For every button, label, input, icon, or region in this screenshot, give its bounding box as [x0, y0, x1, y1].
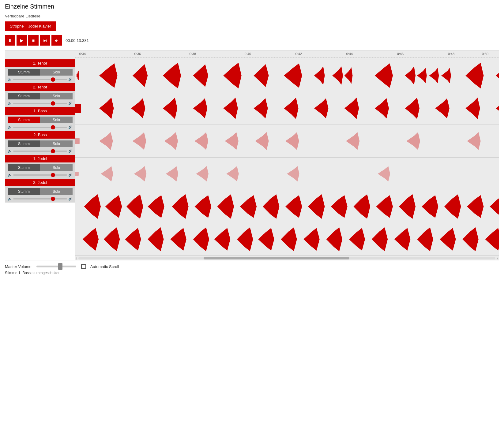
vol-icon-high-2: 🔊: [68, 101, 73, 105]
master-volume-slider[interactable]: [36, 266, 76, 267]
track-2-tenor-volume[interactable]: [13, 103, 67, 104]
track-1-tenor-mute[interactable]: Stumm: [8, 69, 40, 76]
svg-marker-11: [332, 66, 343, 85]
track-2-bass-volume[interactable]: [13, 151, 67, 152]
scroll-left-arrow[interactable]: ‹: [76, 255, 77, 260]
track-1-bass-header: 1. Bass: [5, 107, 75, 115]
track-1-bass-solo[interactable]: Solo: [40, 117, 73, 123]
svg-marker-81: [258, 228, 274, 251]
svg-marker-69: [422, 195, 438, 218]
track-1-bass-volume[interactable]: [13, 127, 67, 128]
waveform-row-2-jodel: [75, 223, 499, 256]
horizontal-scrollbar[interactable]: ‹ ›: [75, 256, 499, 260]
svg-marker-47: [101, 166, 113, 181]
svg-marker-27: [284, 98, 298, 119]
track-2-tenor-control: 2. Tenor Stumm Solo 🔈 🔊: [5, 83, 75, 107]
track-1-bass-control: 1. Bass Stumm Solo 🔈 🔊: [5, 107, 75, 131]
svg-marker-9: [284, 63, 302, 88]
track-1-tenor-solo[interactable]: Solo: [40, 69, 73, 76]
track-2-tenor-mute[interactable]: Stumm: [8, 93, 40, 99]
track-1-jodel-mute[interactable]: Stumm: [8, 164, 40, 171]
svg-marker-84: [326, 227, 342, 251]
svg-marker-18: [465, 63, 483, 88]
svg-marker-42: [285, 132, 299, 150]
svg-marker-51: [226, 166, 239, 181]
track-2-jodel-solo[interactable]: Solo: [40, 188, 73, 195]
svg-marker-52: [287, 166, 299, 181]
vol-icon-high-1: 🔊: [68, 77, 73, 81]
svg-marker-33: [465, 98, 480, 119]
time-display: 00:00:13.381: [66, 38, 89, 43]
track-2-bass-controls: Stumm Solo 🔈 🔊: [5, 139, 75, 155]
svg-marker-21: [99, 98, 114, 119]
forward-button[interactable]: ⏭: [51, 35, 62, 46]
play-button[interactable]: ▶: [17, 35, 27, 46]
scroll-track[interactable]: [78, 257, 495, 259]
track-1-jodel-solo[interactable]: Solo: [40, 164, 73, 171]
waveform-row-2-tenor: [75, 92, 499, 125]
svg-marker-17: [441, 68, 451, 83]
track-2-jodel-mute[interactable]: Stumm: [8, 188, 40, 195]
track-1-bass-mute[interactable]: Stumm: [8, 117, 40, 123]
svg-marker-55: [105, 195, 122, 218]
vol-icon-low-6: 🔈: [8, 197, 12, 201]
svg-marker-34: [496, 98, 499, 118]
track-1-tenor-volume[interactable]: [13, 79, 67, 80]
svg-marker-76: [148, 227, 164, 251]
svg-marker-65: [331, 195, 347, 218]
stop-button[interactable]: ■: [28, 35, 39, 46]
vol-icon-low-4: 🔈: [8, 149, 12, 153]
svg-marker-26: [254, 98, 268, 118]
svg-marker-22: [131, 98, 145, 118]
tick-040: 0:40: [245, 52, 251, 56]
track-2-jodel-controls: Stumm Solo 🔈 🔊: [5, 186, 75, 203]
svg-marker-30: [375, 98, 389, 118]
waveform-svg-1-tenor: [75, 62, 499, 89]
track-2-bass-mute[interactable]: Stumm: [8, 140, 40, 147]
svg-marker-88: [417, 227, 433, 251]
scroll-thumb[interactable]: [204, 257, 349, 259]
vol-icon-low-3: 🔈: [8, 125, 12, 129]
tick-038: 0:38: [190, 52, 196, 56]
track-2-bass-control: 2. Bass Stumm Solo 🔈 🔊: [5, 131, 75, 155]
pause-button[interactable]: ⏸: [5, 35, 15, 46]
track-2-tenor-solo[interactable]: Solo: [40, 93, 73, 99]
svg-marker-73: [83, 228, 99, 251]
auto-scroll-checkbox[interactable]: [81, 264, 86, 269]
vol-icon-high-5: 🔊: [68, 173, 73, 177]
page-title: Einzelne Stimmen: [5, 3, 54, 11]
track-1-tenor-controls: Stumm Solo 🔈 🔊: [5, 67, 75, 83]
tick-034: 0:34: [79, 52, 86, 56]
svg-marker-75: [125, 228, 141, 251]
waveform-row-1-jodel: [75, 190, 499, 223]
rewind-button[interactable]: ⏮: [40, 35, 50, 46]
svg-marker-19: [496, 66, 499, 85]
svg-rect-1: [77, 73, 78, 79]
vol-icon-high-6: 🔊: [68, 197, 73, 201]
timeline: 0:34 0:36 0:38 0:40 0:42 0:44 0:46 0:48 …: [75, 51, 499, 59]
svg-marker-41: [255, 132, 269, 150]
track-2-jodel-volume[interactable]: [13, 198, 67, 199]
master-volume-knob[interactable]: [58, 263, 62, 270]
track-1-jodel-control: 1. Jodel Stumm Solo 🔈 🔊: [5, 155, 75, 179]
svg-marker-15: [417, 68, 427, 83]
song-button[interactable]: Strophe + Jodel Klavier: [5, 21, 56, 31]
scroll-right-arrow[interactable]: ›: [497, 255, 498, 260]
svg-marker-68: [399, 194, 416, 219]
svg-marker-8: [254, 64, 269, 87]
svg-marker-90: [462, 227, 478, 251]
svg-marker-53: [378, 166, 390, 181]
svg-marker-36: [99, 132, 113, 150]
waveform-row-2-bass: [75, 158, 499, 190]
tick-042: 0:42: [295, 52, 302, 56]
master-volume-label: Master Volume: [5, 264, 32, 269]
vol-icon-low-1: 🔈: [8, 77, 12, 81]
track-1-jodel-header: 1. Jodel: [5, 155, 75, 162]
track-1-jodel-volume[interactable]: [13, 174, 67, 176]
svg-marker-29: [344, 98, 359, 119]
track-1-tenor-control: 1. Tenor Stumm Solo 🔈 🔊: [5, 59, 75, 83]
waveform-svg-1-bass: [75, 127, 499, 155]
vol-icon-low-2: 🔈: [8, 101, 12, 105]
svg-rect-35: [75, 138, 80, 144]
track-2-bass-solo[interactable]: Solo: [40, 140, 73, 147]
